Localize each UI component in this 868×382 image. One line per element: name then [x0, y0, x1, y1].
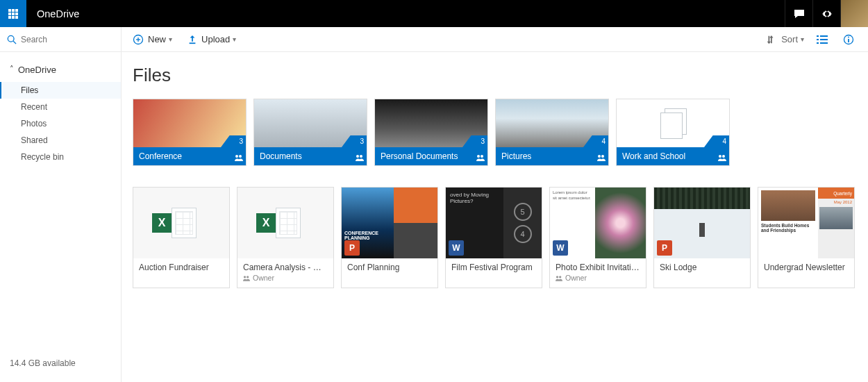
waffle-icon [8, 9, 18, 19]
sidebar-item-label: Shared [21, 135, 48, 145]
sidebar-item-label: Photos [21, 119, 47, 128]
excel-icon: X [160, 202, 202, 244]
sidebar-item-recycle-bin[interactable]: Recycle bin [0, 149, 121, 165]
upload-icon [187, 35, 197, 44]
file-thumbnail: Students Build Homes and FriendshipsQuar… [758, 188, 854, 258]
file-tile[interactable]: XAuction Fundraiser [133, 187, 230, 288]
svg-line-1 [13, 41, 16, 44]
folder-name: Personal Documents [381, 151, 458, 161]
list-view-icon [817, 35, 828, 44]
nav-root-label: OneDrive [18, 65, 56, 75]
file-name: Ski Lodge [660, 263, 744, 272]
word-badge-icon: W [449, 240, 464, 256]
file-tile[interactable]: PSki Lodge [653, 187, 751, 288]
sidebar-item-label: Recent [21, 102, 47, 112]
shared-icon [356, 154, 364, 163]
folder-name: Documents [260, 151, 302, 161]
folder-name: Work and School [622, 151, 685, 161]
file-name: Photo Exhibit Invitation [556, 263, 640, 272]
svg-point-16 [239, 155, 242, 158]
storage-available: 14.4 GB available [0, 358, 121, 382]
sidebar-item-label: Files [21, 85, 38, 95]
file-name: Conf Planning [347, 263, 432, 272]
search-icon [7, 35, 17, 44]
svg-point-25 [244, 276, 246, 278]
svg-point-24 [722, 155, 725, 158]
sidebar-item-photos[interactable]: Photos [0, 115, 121, 132]
shared-icon [476, 154, 485, 163]
powerpoint-badge-icon: P [657, 240, 672, 256]
new-button[interactable]: New ▾ [133, 34, 172, 45]
file-thumbnail: P [342, 188, 437, 258]
upload-button[interactable]: Upload ▾ [187, 34, 236, 44]
svg-point-21 [598, 155, 601, 158]
powerpoint-badge-icon: P [344, 240, 360, 256]
folder-tile[interactable]: Documents3 [253, 99, 367, 166]
folder-name: Conference [139, 151, 182, 161]
messages-button[interactable] [785, 0, 812, 27]
svg-point-28 [559, 276, 561, 278]
svg-point-14 [848, 36, 849, 38]
upload-label: Upload [201, 34, 230, 44]
file-thumbnail: oved by Moving Pictures?54W [446, 188, 542, 258]
excel-icon: X [265, 202, 306, 244]
chat-icon [794, 8, 805, 19]
svg-point-18 [360, 155, 362, 158]
app-launcher-button[interactable] [0, 0, 26, 27]
search-input[interactable] [21, 35, 104, 44]
folder-name: Pictures [501, 151, 531, 161]
shared-icon [235, 154, 243, 163]
file-tile[interactable]: PConf Planning [341, 187, 438, 288]
file-tile[interactable]: Students Build Homes and FriendshipsQuar… [758, 187, 855, 288]
sort-button[interactable]: Sort ▾ [766, 34, 804, 44]
file-name: Film Festival Program [451, 263, 536, 272]
settings-button[interactable] [812, 0, 840, 27]
file-owner: Owner [243, 274, 328, 282]
sort-icon [766, 35, 776, 44]
svg-point-27 [556, 276, 558, 278]
documents-icon [659, 108, 687, 139]
svg-rect-9 [820, 39, 828, 40]
people-icon [243, 275, 250, 281]
shared-icon [718, 154, 726, 163]
svg-rect-7 [820, 35, 828, 37]
file-tile[interactable]: XCamera Analysis - Gen…Owner [237, 187, 334, 288]
svg-point-0 [8, 35, 14, 42]
svg-point-15 [235, 155, 238, 158]
plus-circle-icon [133, 34, 144, 45]
info-button[interactable] [843, 34, 857, 45]
sort-label: Sort [781, 34, 798, 44]
app-brand: OneDrive [37, 8, 79, 19]
folder-tile[interactable]: Work and School4 [616, 99, 730, 166]
file-thumbnail: P [654, 188, 750, 258]
svg-point-26 [247, 276, 249, 278]
nav-root-onedrive[interactable]: ˄ OneDrive [0, 60, 121, 79]
chevron-up-icon: ˄ [10, 65, 14, 74]
folder-tile[interactable]: Personal Documents3 [374, 99, 488, 166]
file-tile[interactable]: oved by Moving Pictures?54WFilm Festival… [445, 187, 542, 288]
user-avatar[interactable] [840, 0, 868, 27]
file-thumbnail: X [237, 188, 333, 258]
shared-icon [597, 154, 606, 163]
info-icon [843, 34, 854, 45]
people-icon [556, 275, 562, 281]
sidebar-item-recent[interactable]: Recent [0, 99, 121, 115]
sidebar-item-files[interactable]: Files [0, 82, 121, 99]
svg-rect-8 [817, 39, 819, 40]
chevron-down-icon: ▾ [169, 35, 172, 43]
file-tile[interactable]: Lorem ipsum dolor sit amet consectetur.W… [549, 187, 646, 288]
sidebar-item-shared[interactable]: Shared [0, 132, 121, 149]
word-badge-icon: W [553, 240, 568, 256]
folder-tile[interactable]: Pictures4 [495, 99, 609, 166]
chevron-down-icon: ▾ [233, 35, 236, 43]
file-thumbnail: X [133, 188, 229, 258]
view-toggle-button[interactable] [817, 35, 831, 44]
gear-icon [821, 8, 833, 19]
new-label: New [148, 34, 166, 44]
svg-point-20 [481, 155, 483, 158]
svg-point-22 [601, 155, 604, 158]
svg-rect-6 [817, 35, 819, 37]
svg-point-23 [719, 155, 721, 158]
chevron-down-icon: ▾ [801, 35, 804, 43]
folder-tile[interactable]: Conference3 [133, 99, 247, 166]
